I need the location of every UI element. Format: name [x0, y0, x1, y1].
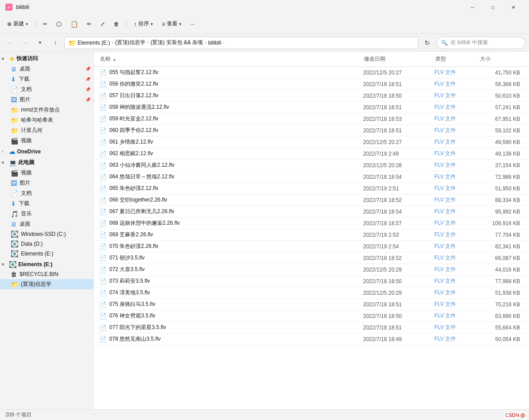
table-row[interactable]: 📄 061 乡情曲2.12.flv 2022/12/5 20:27 FLV 文件…	[94, 136, 529, 148]
view-button[interactable]: ≡ 查看 ▾	[158, 17, 185, 31]
sidebar-item-documents-pc[interactable]: 📄 文档	[0, 188, 93, 198]
table-row[interactable]: 📄 072 大喜3.5.flv 2022/12/5 20:29 FLV 文件 4…	[94, 264, 529, 276]
table-row[interactable]: 📄 070 朱色砂漠2.26.flv 2022/7/19 2:54 FLV 文件…	[94, 241, 529, 252]
table-row[interactable]: 📄 063 小仙冷酱同人曲2.12.flv 2022/12/5 20:28 FL…	[94, 160, 529, 171]
table-row[interactable]: 📄 060 四季予你2.12.flv 2022/7/18 18:51 FLV 文…	[94, 125, 529, 136]
table-row[interactable]: 📄 078 悠然见南山3.5.flv 2022/7/18 18:49 FLV 文…	[94, 334, 529, 345]
table-row[interactable]: 📄 073 莉莉安3.5.flv 2022/7/18 18:50 FLV 文件 …	[94, 276, 529, 287]
file-name-text: 061 乡情曲2.12.flv	[109, 138, 153, 146]
table-row[interactable]: 📄 066 交织together2.26.flv 2022/7/18 18:52…	[94, 194, 529, 206]
sidebar-item-pictures-pc[interactable]: 🖼 图片	[0, 178, 93, 188]
sidebar-item-hash[interactable]: 📁 哈希与哈希表	[0, 115, 93, 125]
sidebar-item-documents[interactable]: 📄 文档 📌	[0, 84, 93, 95]
sidebar-item-drive-e[interactable]: 💽 Elements (E:)	[0, 249, 93, 259]
path-segment-4[interactable]: bilibili	[208, 40, 221, 46]
copy-button[interactable]: ⬡	[53, 17, 65, 31]
refresh-button[interactable]: ↻	[421, 37, 434, 49]
quick-access-header[interactable]: ▾ ★ 快速访问	[0, 54, 93, 64]
recent-button[interactable]: ▾	[34, 37, 46, 49]
sort-button[interactable]: ↕ 排序 ▾	[130, 17, 157, 31]
table-row[interactable]: 📄 056 你的微笑2.12.flv 2022/7/18 18:51 FLV 文…	[94, 78, 529, 90]
window-controls: ─ □ ✕	[462, 0, 524, 14]
table-row[interactable]: 📄 065 朱色砂漠2.12.flv 2022/7/19 2:51 FLV 文件…	[94, 183, 529, 194]
file-content: 名称 ▲ 修改日期 类型 大小 📄 055 勾指起誓2.12.flv 2022/…	[94, 52, 529, 409]
path-segment-2[interactable]: (置顶)信息学	[115, 39, 145, 46]
table-row[interactable]: 📄 068 远旅休憩中的邂逅2.26.flv 2022/7/18 18:57 F…	[94, 218, 529, 229]
table-row[interactable]: 📄 071 朝汐3.5.flv 2022/7/18 18:52 FLV 文件 6…	[94, 252, 529, 264]
file-icon: 📄	[99, 139, 107, 146]
table-row[interactable]: 📄 064 悠哉日常～悠哉2.12.flv 2022/7/18 18:54 FL…	[94, 171, 529, 183]
sidebar-item-recycle[interactable]: 🗑 $RECYCLE.BIN	[0, 269, 93, 279]
folder-icon: 📁	[11, 117, 18, 124]
col-name-header[interactable]: 名称 ▲	[99, 54, 363, 65]
file-date-cell: 2022/12/5 20:28	[363, 162, 434, 169]
document-icon: 📄	[11, 86, 18, 93]
sidebar-item-downloads[interactable]: ⬇ 下载 📌	[0, 74, 93, 84]
pin-icon: 📌	[85, 66, 91, 71]
sidebar-item-label: 文档	[21, 86, 32, 93]
folder-icon: 📁	[11, 107, 18, 114]
sidebar-item-video-pc[interactable]: 🎬 视频	[0, 168, 93, 178]
back-button[interactable]: ←	[4, 37, 16, 49]
table-row[interactable]: 📄 057 日出日落2.12.flv 2022/7/18 18:50 FLV 文…	[94, 90, 529, 102]
thispc-header[interactable]: ▾ 💻 此电脑	[0, 157, 93, 168]
table-row[interactable]: 📄 058 神的随波逐流2.12.flv 2022/7/18 18:51 FLV…	[94, 102, 529, 113]
col-size-header[interactable]: 大小	[479, 54, 524, 65]
sidebar-item-zhiding[interactable]: 📁 (置顶)信息学	[0, 279, 93, 289]
sidebar-item-drive-d[interactable]: 💽 Data (D:)	[0, 239, 93, 249]
search-box[interactable]: 🔍 在 bilibili 中搜索	[436, 37, 525, 49]
onedrive-header[interactable]: › ☁ OneDrive	[0, 147, 93, 156]
table-row[interactable]: 📄 074 澪美地3.5.flv 2022/12/5 20:29 FLV 文件 …	[94, 287, 529, 299]
sidebar-item-music-pc[interactable]: 🎵 音乐	[0, 209, 93, 219]
col-modified-header[interactable]: 修改日期	[363, 54, 434, 65]
table-row[interactable]: 📄 055 勾指起誓2.12.flv 2022/12/5 20:27 FLV 文…	[94, 67, 529, 78]
file-icon: 📄	[99, 231, 107, 239]
close-button[interactable]: ✕	[503, 0, 524, 14]
recycle-icon: 🗑	[11, 271, 17, 278]
more-button[interactable]: ···	[187, 17, 198, 31]
sidebar-item-label: 图片	[20, 179, 30, 187]
documents-folder-icon: 📄	[11, 190, 18, 197]
path-arrow-2: ›	[147, 40, 149, 45]
maximize-button[interactable]: □	[483, 0, 503, 14]
elements-e-header[interactable]: ▾ 💽 Elements (E:)	[0, 259, 93, 269]
drive-icon: 💽	[9, 261, 17, 268]
up-button[interactable]: ↑	[49, 37, 62, 49]
share-button[interactable]: ⤤	[97, 17, 108, 31]
delete-button[interactable]: 🗑	[110, 17, 123, 31]
table-row[interactable]: 📄 067 夏日已所剩无几2.26.flv 2022/7/18 18:54 FL…	[94, 206, 529, 218]
sidebar-item-desktop-pc[interactable]: 🖥 桌面	[0, 219, 93, 229]
table-row[interactable]: 📄 069 芝麻香2.26.flv 2022/7/19 2:53 FLV 文件 …	[94, 229, 529, 241]
path-arrow-1: ›	[112, 40, 113, 45]
address-path[interactable]: 📁 Elements (E:) › (置顶)信息学 › (置顶) 安装包 && …	[64, 37, 418, 49]
pin-icon: 📌	[85, 87, 91, 92]
sidebar-item-downloads-pc[interactable]: ⬇ 下载	[0, 198, 93, 209]
file-icon: 📄	[99, 313, 107, 320]
file-name-cell: 📄 057 日出日落2.12.flv	[99, 92, 363, 99]
sidebar-item-drive-c[interactable]: 💽 Windows-SSD (C:)	[0, 229, 93, 239]
sidebar-item-video[interactable]: 🎬 视频	[0, 136, 93, 146]
table-row[interactable]: 📄 062 相思赋2.12.flv 2022/7/19 2:49 FLV 文件 …	[94, 148, 529, 160]
paste-button[interactable]: 📋	[67, 17, 82, 31]
cut-button[interactable]: ✂	[39, 17, 51, 31]
minimize-button[interactable]: ─	[462, 0, 483, 14]
table-row[interactable]: 📄 077 阳光下的星星3.5.flv 2022/7/18 18:51 FLV …	[94, 322, 529, 334]
file-size-cell: 51,938 KB	[479, 290, 524, 296]
sidebar-item-label: 下载	[19, 200, 29, 207]
col-type-header[interactable]: 类型	[434, 54, 479, 65]
path-segment-3[interactable]: (置顶) 安装包 && 杂项	[150, 39, 203, 46]
rename-button[interactable]: ✏	[83, 17, 95, 31]
new-button[interactable]: ⊕ 新建 ▾	[4, 17, 32, 31]
table-row[interactable]: 📄 075 身骑白马3.5.flv 2022/7/18 18:51 FLV 文件…	[94, 299, 529, 310]
path-segment-1[interactable]: Elements (E:)	[78, 40, 110, 46]
sidebar-item-mmd[interactable]: 📁 mmd文件存放点	[0, 105, 93, 115]
forward-button[interactable]: →	[19, 37, 31, 49]
file-date-cell: 2022/7/19 2:51	[363, 185, 434, 192]
sidebar-item-pictures[interactable]: 🖼 图片 📌	[0, 95, 93, 105]
chevron-icon: ▾	[2, 262, 7, 267]
sidebar-item-desktop[interactable]: 🖥 桌面 📌	[0, 64, 93, 74]
sidebar-item-geometry[interactable]: 📁 计算几何	[0, 125, 93, 136]
table-row[interactable]: 📄 076 神女劈观3.5.flv 2022/7/18 18:50 FLV 文件…	[94, 310, 529, 322]
table-row[interactable]: 📄 059 时光盲盒2.12.flv 2022/7/18 18:53 FLV 文…	[94, 113, 529, 125]
sidebar-item-label: 文档	[21, 189, 32, 197]
